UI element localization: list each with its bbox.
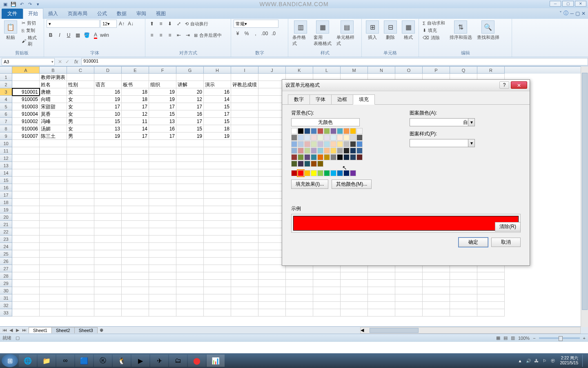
cell[interactable] [67,258,94,265]
cell[interactable] [176,265,204,272]
cell[interactable] [122,243,149,250]
color-swatch[interactable] [330,141,336,147]
col-header-F[interactable]: F [149,67,176,74]
cell[interactable] [477,302,505,309]
cell[interactable] [149,206,176,213]
cancel-button[interactable]: 取消 [491,238,521,247]
cell[interactable] [286,302,313,309]
color-swatch[interactable] [337,154,343,160]
cell[interactable] [286,309,313,316]
cell[interactable] [204,199,231,206]
cell[interactable] [67,162,94,169]
cell[interactable] [204,206,231,213]
select-all-corner[interactable] [0,67,12,74]
taskbar-video-icon[interactable]: ▶ [131,355,149,367]
tab-formulas[interactable]: 公式 [92,9,112,19]
fill-effects-button[interactable]: 填充效果(I)... [291,180,328,189]
cell[interactable] [149,191,176,199]
cell[interactable] [368,287,395,294]
color-swatch[interactable] [311,141,317,147]
color-swatch[interactable] [350,141,356,147]
fill-button[interactable]: ⬇ 填充 [421,27,446,34]
cell[interactable] [149,199,176,206]
row-header[interactable]: 2 [0,81,12,88]
minimize-button[interactable]: ─ [550,1,561,7]
cell[interactable] [122,228,149,236]
cell[interactable] [149,221,176,228]
paste-button[interactable]: 📋粘贴 [2,20,19,41]
row-header[interactable]: 16 [0,184,12,191]
cell[interactable] [149,74,176,81]
color-swatch[interactable] [343,148,350,154]
cell[interactable] [40,309,67,316]
cell[interactable] [149,272,176,280]
cell[interactable] [40,199,67,206]
cell[interactable] [231,280,258,287]
row-header[interactable]: 14 [0,169,12,177]
cell[interactable]: 17 [176,103,204,110]
cell[interactable] [149,258,176,265]
cell[interactable] [94,302,122,309]
color-swatch[interactable] [317,128,323,134]
cell[interactable]: 男 [67,118,94,125]
cell[interactable] [231,125,258,132]
cell[interactable] [12,162,40,169]
dialog-help-button[interactable]: ? [499,81,509,89]
cell[interactable] [12,309,40,316]
cell[interactable]: 910003 [12,103,40,110]
cell[interactable] [176,162,204,169]
row-header[interactable]: 24 [0,243,12,250]
dialog-close-button[interactable]: ✕ [511,81,527,89]
cell[interactable] [450,287,477,294]
cell[interactable] [94,191,122,199]
tab-view[interactable]: 视图 [151,9,171,19]
cell[interactable]: 莫香 [40,110,67,118]
color-swatch[interactable] [350,128,356,134]
color-swatch[interactable] [298,148,304,154]
cell[interactable] [12,169,40,177]
cell[interactable] [122,302,149,309]
cell[interactable] [477,265,505,272]
cell[interactable]: 14 [204,96,231,103]
merge-center-button[interactable]: ⊞ 合并后居中 [193,31,223,39]
cell[interactable] [94,243,122,250]
cell[interactable]: 17 [149,103,176,110]
cell[interactable] [341,265,368,272]
cell[interactable] [368,309,395,316]
cell[interactable] [12,140,40,147]
cell[interactable] [40,265,67,272]
cell[interactable] [12,294,40,302]
row-header[interactable]: 1 [0,74,12,81]
doc-minimize-icon[interactable]: ─ [570,11,574,16]
color-swatch[interactable] [337,128,343,134]
cell[interactable] [122,199,149,206]
col-header-P[interactable]: P [423,67,450,74]
currency-icon[interactable]: ¥ [234,29,242,38]
taskbar-app3-icon[interactable]: ✈ [150,355,168,367]
cell[interactable] [149,155,176,162]
cell[interactable] [231,243,258,250]
cell[interactable] [176,243,204,250]
cell[interactable] [149,243,176,250]
format-painter-button[interactable]: 🖌 格式刷 [20,34,41,47]
cell[interactable] [12,184,40,191]
cell[interactable] [67,206,94,213]
cell[interactable] [67,243,94,250]
font-name-combo[interactable]: ▾ [47,20,100,28]
cell[interactable] [395,272,423,280]
cell[interactable]: 姓名 [40,81,67,88]
cell[interactable] [94,280,122,287]
cell[interactable] [231,236,258,243]
cell[interactable] [122,213,149,221]
cell[interactable] [313,272,341,280]
color-swatch[interactable] [317,148,323,154]
color-swatch[interactable] [356,154,363,160]
color-swatch[interactable] [337,135,343,141]
cell[interactable] [477,309,505,316]
cell[interactable] [231,96,258,103]
cell[interactable]: 组织 [149,81,176,88]
pattern-color-combo[interactable]: 自动▾ [410,118,475,126]
cell[interactable]: 性别 [67,81,94,88]
cell[interactable] [40,162,67,169]
cell[interactable] [204,309,231,316]
